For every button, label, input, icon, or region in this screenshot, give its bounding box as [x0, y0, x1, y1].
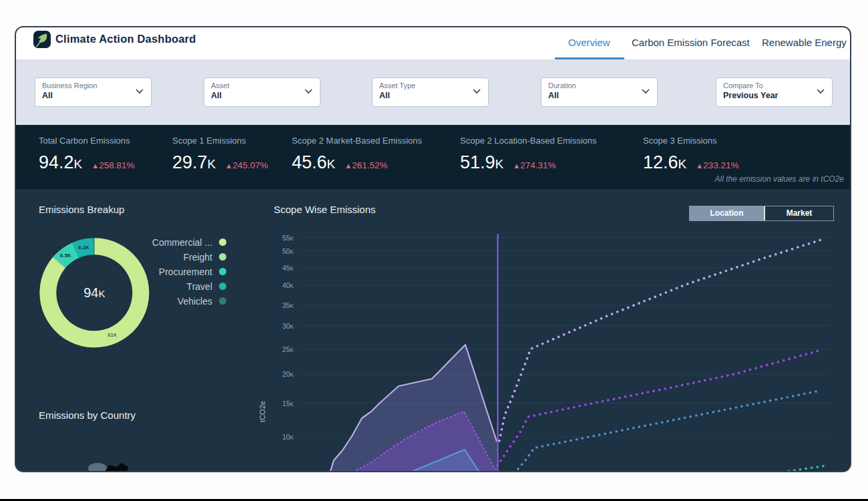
svg-text:94K: 94K — [83, 285, 105, 300]
